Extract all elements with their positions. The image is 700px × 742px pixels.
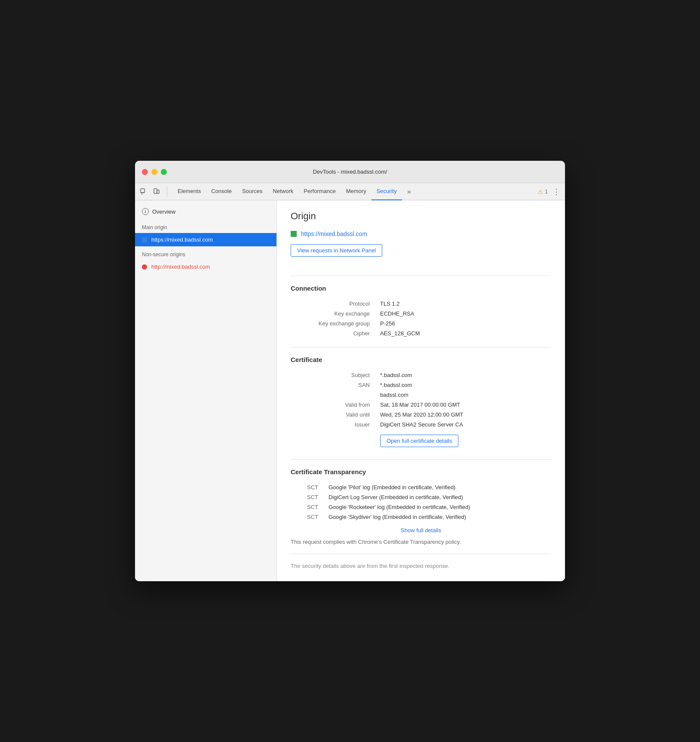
tab-network[interactable]: Network: [268, 183, 299, 200]
certificate-table: Subject *.badssl.com SAN *.badssl.com ba…: [291, 370, 551, 451]
sct-value-2: DigiCert Log Server (Embedded in certifi…: [325, 492, 551, 502]
key-exchange-group-value: P-256: [377, 319, 551, 328]
sct-table: SCT Google 'Pilot' log (Embedded in cert…: [291, 482, 551, 522]
svg-rect-3: [154, 189, 157, 193]
key-exchange-label: Key exchange: [291, 309, 377, 319]
close-button[interactable]: [142, 169, 148, 175]
sct-row-4: SCT Google 'Skydiver' log (Embedded in c…: [291, 512, 551, 522]
show-full-details-link[interactable]: Show full details: [291, 527, 551, 534]
more-tabs-button[interactable]: »: [404, 183, 414, 200]
sct-value-1: Google 'Pilot' log (Embedded in certific…: [325, 482, 551, 492]
transparency-compliance-note: This request complies with Chrome's Cert…: [291, 539, 551, 545]
san-value-1: *.badssl.com: [377, 380, 551, 390]
info-icon: i: [142, 208, 149, 215]
sct-label-1: SCT: [291, 482, 325, 492]
footer-note: The security details above are from the …: [291, 554, 551, 571]
minimize-button[interactable]: [151, 169, 157, 175]
toolbar: Elements Console Sources Network Perform…: [135, 183, 565, 200]
subject-value: *.badssl.com: [377, 370, 551, 380]
titlebar: DevTools - mixed.badssl.com/: [135, 161, 565, 183]
san-row-2: badssl.com: [291, 390, 551, 400]
protocol-label: Protocol: [291, 299, 377, 309]
tab-memory[interactable]: Memory: [341, 183, 371, 200]
sidebar-main-origin-item[interactable]: https://mixed.badssl.com: [135, 233, 276, 246]
protocol-value: TLS 1.2: [377, 299, 551, 309]
certificate-heading: Certificate: [291, 356, 551, 363]
issuer-row: Issuer DigiCert SHA2 Secure Server CA: [291, 420, 551, 429]
sidebar-non-secure-item[interactable]: http://mixed.badssl.com: [135, 260, 276, 273]
valid-from-row: Valid from Sat, 18 Mar 2017 00:00:00 GMT: [291, 400, 551, 410]
sidebar-non-secure-label: Non-secure origins: [135, 246, 276, 260]
sct-label-2: SCT: [291, 492, 325, 502]
toolbar-icon-group: [138, 187, 167, 197]
protocol-row: Protocol TLS 1.2: [291, 299, 551, 309]
valid-until-value: Wed, 25 Mar 2020 12:00:00 GMT: [377, 410, 551, 420]
sct-value-3: Google 'Rocketeer' log (Embedded in cert…: [325, 502, 551, 512]
subject-row: Subject *.badssl.com: [291, 370, 551, 380]
key-exchange-row: Key exchange ECDHE_RSA: [291, 309, 551, 319]
tab-console[interactable]: Console: [206, 183, 237, 200]
toolbar-right: ⚠ 1 ⋮: [537, 187, 562, 197]
content-panel: Origin https://mixed.badssl.com View req…: [277, 200, 565, 581]
connection-heading: Connection: [291, 285, 551, 292]
inspect-element-icon[interactable]: [138, 187, 149, 197]
divider-1: [291, 276, 551, 276]
page-title: Origin: [291, 211, 551, 222]
valid-until-row: Valid until Wed, 25 Mar 2020 12:00:00 GM…: [291, 410, 551, 420]
transparency-heading: Certificate Transparency: [291, 468, 551, 475]
non-secure-url[interactable]: http://mixed.badssl.com: [151, 264, 210, 270]
sidebar: i Overview Main origin https://mixed.bad…: [135, 200, 277, 581]
warning-badge: ⚠ 1: [537, 188, 548, 195]
warning-icon: ⚠: [537, 188, 543, 195]
svg-rect-4: [157, 190, 159, 193]
sct-label-4: SCT: [291, 512, 325, 522]
tab-security[interactable]: Security: [371, 183, 402, 200]
tab-sources[interactable]: Sources: [237, 183, 268, 200]
divider-3: [291, 459, 551, 460]
issuer-label: Issuer: [291, 420, 377, 429]
sct-label-3: SCT: [291, 502, 325, 512]
tab-performance[interactable]: Performance: [298, 183, 341, 200]
origin-url-row: https://mixed.badssl.com: [291, 230, 551, 237]
maximize-button[interactable]: [161, 169, 167, 175]
cipher-value: AES_128_GCM: [377, 328, 551, 338]
cipher-row: Cipher AES_128_GCM: [291, 328, 551, 338]
sct-row-2: SCT DigiCert Log Server (Embedded in cer…: [291, 492, 551, 502]
devtools-window: DevTools - mixed.badssl.com/ Elements: [135, 161, 565, 581]
divider-2: [291, 347, 551, 347]
insecure-origin-icon: [142, 264, 147, 270]
main-origin-url: https://mixed.badssl.com: [151, 236, 213, 243]
kebab-menu-button[interactable]: ⋮: [551, 187, 562, 197]
key-exchange-value: ECDHE_RSA: [377, 309, 551, 319]
sct-value-4: Google 'Skydiver' log (Embedded in certi…: [325, 512, 551, 522]
svg-rect-0: [141, 189, 144, 193]
device-toggle-icon[interactable]: [151, 187, 162, 197]
valid-from-label: Valid from: [291, 400, 377, 410]
tab-elements[interactable]: Elements: [172, 183, 206, 200]
subject-label: Subject: [291, 370, 377, 380]
window-title: DevTools - mixed.badssl.com/: [313, 169, 387, 175]
sidebar-main-origin-label: Main origin: [135, 219, 276, 233]
origin-secure-icon: [291, 231, 297, 237]
san-row-1: SAN *.badssl.com: [291, 380, 551, 390]
san-label: SAN: [291, 380, 377, 390]
valid-until-label: Valid until: [291, 410, 377, 420]
origin-url-link[interactable]: https://mixed.badssl.com: [301, 230, 367, 237]
key-exchange-group-row: Key exchange group P-256: [291, 319, 551, 328]
cipher-label: Cipher: [291, 328, 377, 338]
sidebar-overview-item[interactable]: i Overview: [135, 204, 276, 219]
view-network-button[interactable]: View requests in Network Panel: [291, 244, 382, 257]
san-value-2: badssl.com: [377, 390, 551, 400]
cert-button-row: Open full certificate details: [291, 429, 551, 451]
valid-from-value: Sat, 18 Mar 2017 00:00:00 GMT: [377, 400, 551, 410]
secure-origin-icon: [142, 237, 147, 242]
window-controls: [142, 169, 167, 175]
key-exchange-group-label: Key exchange group: [291, 319, 377, 328]
connection-table: Protocol TLS 1.2 Key exchange ECDHE_RSA …: [291, 299, 551, 338]
sidebar-overview-label: Overview: [152, 208, 175, 215]
sct-row-3: SCT Google 'Rocketeer' log (Embedded in …: [291, 502, 551, 512]
issuer-value: DigiCert SHA2 Secure Server CA: [377, 420, 551, 429]
open-cert-button[interactable]: Open full certificate details: [380, 435, 458, 447]
main-layout: i Overview Main origin https://mixed.bad…: [135, 200, 565, 581]
sct-row-1: SCT Google 'Pilot' log (Embedded in cert…: [291, 482, 551, 492]
